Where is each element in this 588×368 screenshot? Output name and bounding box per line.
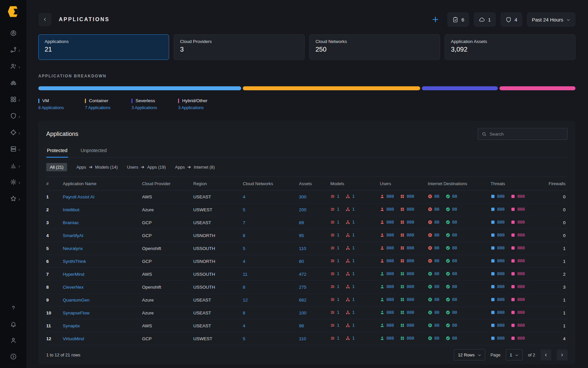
model-flow-count-link[interactable]: 1: [337, 194, 340, 199]
model-tree-count-link[interactable]: 1: [352, 271, 355, 276]
allowed-destinations-link[interactable]: 88: [452, 284, 457, 289]
threats-pink-count-link[interactable]: 888: [517, 245, 525, 250]
allowed-destinations-link[interactable]: 88: [452, 336, 457, 341]
model-tree-count-link[interactable]: 1: [352, 323, 355, 328]
sidebar-item-bell[interactable]: [5, 318, 21, 330]
application-name-link[interactable]: SmartifyAI: [63, 233, 83, 238]
threats-count-link[interactable]: 888: [497, 220, 505, 225]
model-tree-count-link[interactable]: 1: [352, 336, 355, 341]
sidebar-item-help[interactable]: [5, 302, 21, 313]
model-tree-count-link[interactable]: 1: [352, 207, 355, 212]
user-groups-count-link[interactable]: 888: [407, 194, 414, 199]
allowed-destinations-link[interactable]: 88: [452, 245, 457, 250]
user-groups-count-link[interactable]: 888: [407, 258, 414, 263]
cloud-networks-link[interactable]: 12: [243, 298, 248, 303]
threats-count-link[interactable]: 888: [497, 284, 505, 289]
table-row[interactable]: 2 Intellibot Azure USWEST 5 200 1 1 888 …: [46, 203, 568, 216]
breakdown-segment-container[interactable]: [243, 86, 420, 90]
model-flow-count-link[interactable]: 1: [337, 220, 340, 225]
threats-count-link[interactable]: 888: [497, 232, 505, 237]
user-groups-count-link[interactable]: 888: [407, 245, 414, 250]
threats-count-link[interactable]: 888: [497, 258, 505, 263]
sidebar-item-shield[interactable]: [5, 109, 21, 123]
threats-count-link[interactable]: 888: [497, 207, 505, 212]
cloud-networks-link[interactable]: 5: [243, 336, 245, 341]
model-flow-count-link[interactable]: 1: [337, 271, 340, 276]
model-flow-count-link[interactable]: 1: [337, 232, 340, 237]
application-name-link[interactable]: Synaptix: [63, 323, 80, 328]
blocked-destinations-link[interactable]: 88: [434, 194, 439, 199]
sidebar-item-crosshair[interactable]: [5, 126, 21, 139]
application-name-link[interactable]: VirtuoMind: [63, 336, 84, 341]
filter-users-to-apps-19-[interactable]: UsersApps (19): [127, 165, 165, 170]
threats-pink-count-link[interactable]: 888: [517, 336, 525, 341]
application-name-link[interactable]: CleverNex: [63, 285, 84, 290]
allowed-destinations-link[interactable]: 88: [452, 207, 457, 212]
legend-count-link[interactable]: 3 Applications: [131, 105, 157, 110]
user-groups-count-link[interactable]: 888: [407, 297, 414, 302]
users-count-link[interactable]: 888: [386, 245, 394, 250]
cloud-networks-link[interactable]: 8: [243, 285, 245, 290]
model-flow-count-link[interactable]: 1: [337, 207, 340, 212]
users-count-link[interactable]: 888: [386, 336, 394, 341]
table-row[interactable]: 4 SmartifyAI GCP USNORTH 8 95 1 1 888 88…: [46, 229, 568, 242]
users-count-link[interactable]: 888: [386, 310, 394, 315]
cloud-networks-link[interactable]: 7: [243, 220, 245, 225]
allowed-destinations-link[interactable]: 88: [452, 323, 457, 328]
threats-count-link[interactable]: 888: [497, 297, 505, 302]
blocked-destinations-link[interactable]: 88: [434, 258, 439, 263]
search-input[interactable]: [490, 132, 564, 137]
assets-link[interactable]: 472: [299, 272, 307, 277]
shield-count-button[interactable]: 4: [500, 12, 522, 27]
allowed-destinations-link[interactable]: 88: [452, 232, 457, 237]
threats-count-link[interactable]: 888: [497, 336, 505, 341]
search-box[interactable]: [478, 128, 568, 140]
users-count-link[interactable]: 888: [386, 220, 394, 225]
sidebar-item-binoculars[interactable]: [5, 76, 21, 90]
blocked-destinations-link[interactable]: 88: [434, 310, 439, 315]
stat-card[interactable]: Cloud Providers 3: [174, 34, 305, 60]
blocked-destinations-link[interactable]: 88: [434, 220, 439, 225]
allowed-destinations-link[interactable]: 88: [452, 194, 457, 199]
table-row[interactable]: 9 QuantumGen Azure USEAST 12 682 1 1 888…: [46, 294, 568, 307]
threats-count-link[interactable]: 888: [497, 194, 505, 199]
allowed-destinations-link[interactable]: 88: [452, 271, 457, 276]
application-name-link[interactable]: QuantumGen: [63, 298, 90, 303]
stat-card[interactable]: Cloud Networks 250: [309, 34, 440, 60]
threats-pink-count-link[interactable]: 888: [517, 232, 525, 237]
model-flow-count-link[interactable]: 1: [337, 297, 340, 302]
stat-card[interactable]: Application Assets 3,092: [445, 34, 575, 60]
blocked-destinations-link[interactable]: 88: [434, 232, 439, 237]
blocked-destinations-link[interactable]: 88: [434, 271, 439, 276]
assets-link[interactable]: 275: [299, 285, 307, 290]
model-flow-count-link[interactable]: 1: [337, 245, 340, 250]
blocked-destinations-link[interactable]: 88: [434, 284, 439, 289]
table-row[interactable]: 1 Payroll Assist AI AWS USEAST 4 300 1 1…: [46, 190, 568, 203]
table-row[interactable]: 10 SynapseFlow Azure USEAST 8 100 1 1 88…: [46, 307, 568, 319]
assets-link[interactable]: 682: [299, 298, 307, 303]
table-row[interactable]: 5 Neuralynx Openshift USSOUTH 5 110 1 1 …: [46, 242, 568, 255]
page-number-select[interactable]: 1: [506, 349, 523, 360]
table-row[interactable]: 3 Brainiac GCP USEAST 7 89 1 1 888 888: [46, 216, 568, 229]
checklist-count-button[interactable]: 6: [447, 12, 469, 27]
allowed-destinations-link[interactable]: 88: [452, 310, 457, 315]
add-button[interactable]: [428, 12, 443, 27]
threats-count-link[interactable]: 888: [497, 245, 505, 250]
model-flow-count-link[interactable]: 1: [337, 284, 340, 289]
sidebar-item-radar[interactable]: [5, 26, 21, 40]
legend-count-link[interactable]: 3 Applications: [178, 105, 203, 110]
threats-pink-count-link[interactable]: 888: [517, 271, 525, 276]
cloud-networks-link[interactable]: 5: [243, 207, 245, 212]
brand-logo-icon[interactable]: [7, 5, 19, 18]
threats-count-link[interactable]: 888: [497, 271, 505, 276]
tab-unprotected[interactable]: Unprotected: [80, 144, 107, 158]
assets-link[interactable]: 80: [299, 259, 304, 264]
breakdown-segment-vm[interactable]: [38, 86, 241, 90]
model-tree-count-link[interactable]: 1: [352, 220, 355, 225]
model-tree-count-link[interactable]: 1: [352, 194, 355, 199]
cloud-networks-link[interactable]: 4: [243, 259, 245, 264]
filter-all[interactable]: All (21): [46, 163, 67, 171]
application-name-link[interactable]: Brainiac: [63, 220, 79, 225]
table-row[interactable]: 11 Synaptix AWS USEAST 4 98 1 1 888 888: [46, 319, 568, 332]
application-name-link[interactable]: SynthiThink: [63, 259, 86, 264]
